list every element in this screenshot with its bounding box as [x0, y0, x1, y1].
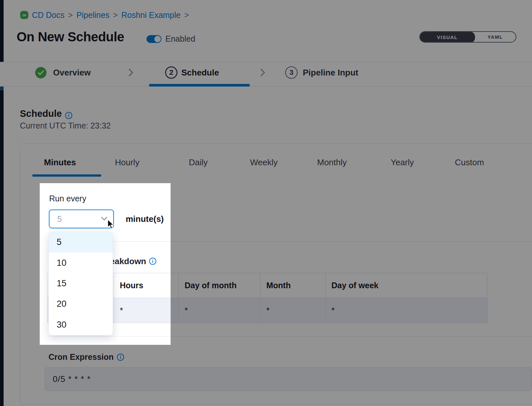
run-every-label: Run every	[49, 194, 86, 203]
page-title: On New Schedule	[17, 30, 124, 44]
tab-custom[interactable]: Custom	[455, 157, 484, 168]
visual-yaml-switcher: VISUAL YAML	[419, 31, 516, 43]
tab-monthly[interactable]: Monthly	[317, 157, 347, 168]
step-complete-check-icon	[35, 67, 47, 78]
step-overview[interactable]: Overview	[53, 68, 91, 78]
chevron-right-icon	[260, 68, 266, 77]
tab-minutes[interactable]: Minutes	[44, 157, 76, 168]
table-row: 0/5 * * * *	[48, 298, 487, 323]
step-pipeline-input[interactable]: Pipeline Input	[303, 68, 358, 78]
dropdown-option-30[interactable]: 30	[49, 315, 113, 335]
trigger-schedule-screen: ∞ CD Docs > Pipelines > Roshni Example >…	[0, 0, 532, 406]
info-icon[interactable]: i	[117, 354, 124, 361]
breadcrumb: ∞ CD Docs > Pipelines > Roshni Example >	[20, 10, 189, 20]
left-nav-strip[interactable]	[0, 0, 4, 406]
breadcrumb-link-pipelines[interactable]: Pipelines	[77, 10, 109, 20]
breadcrumb-separator: >	[68, 10, 73, 20]
enabled-toggle[interactable]	[147, 35, 161, 43]
tab-daily[interactable]: Daily	[189, 157, 208, 168]
cron-expression-input[interactable]: 0/5 * * * *	[45, 367, 532, 391]
breadcrumb-link-pipeline-name[interactable]: Roshni Example	[121, 10, 181, 20]
active-tab-underline	[32, 174, 101, 177]
dropdown-option-10[interactable]: 10	[49, 252, 113, 273]
cell-day-of-month: *	[179, 298, 260, 323]
active-step-underline	[149, 84, 250, 87]
dropdown-option-5[interactable]: 5	[49, 232, 113, 252]
minutes-select-value: 5	[57, 214, 62, 224]
col-header-day-of-week: Day of week	[326, 273, 487, 298]
dropdown-option-20[interactable]: 20	[49, 294, 113, 314]
section-title-schedule: Schedule	[20, 108, 62, 119]
step-schedule[interactable]: Schedule	[181, 68, 219, 78]
tab-yearly[interactable]: Yearly	[391, 157, 414, 168]
col-header-hours: Hours	[114, 273, 179, 298]
cron-expression-label: Cron Expression	[49, 352, 114, 362]
minutes-select[interactable]: 5	[49, 210, 114, 228]
breadcrumb-separator: >	[184, 10, 189, 20]
section-divider	[47, 336, 532, 336]
col-header-day-of-month: Day of month	[179, 273, 260, 298]
step-2-badge: 2	[165, 66, 177, 79]
chevron-down-icon	[101, 216, 107, 222]
table-header-row: Minutes Hours Day of month Month Day of …	[48, 273, 487, 298]
current-utc-time: Current UTC Time: 23:32	[20, 121, 111, 130]
yaml-tab[interactable]: YAML	[475, 32, 516, 42]
minutes-dropdown-menu: 5 10 15 20 30	[49, 232, 113, 335]
enabled-label: Enabled	[165, 34, 195, 44]
visual-tab[interactable]: VISUAL	[420, 32, 475, 43]
col-header-month: Month	[260, 273, 326, 298]
chevron-right-icon	[128, 68, 134, 77]
toggle-knob	[154, 36, 161, 42]
cell-day-of-week: *	[326, 298, 487, 323]
breadcrumb-link-cd-docs[interactable]: CD Docs	[32, 10, 64, 20]
expression-breakdown-table: Minutes Hours Day of month Month Day of …	[47, 273, 487, 323]
section-divider	[47, 241, 532, 242]
tab-hourly[interactable]: Hourly	[115, 157, 139, 168]
tab-weekly[interactable]: Weekly	[250, 157, 278, 168]
cron-expression-value: 0/5 * * * *	[45, 374, 91, 384]
minutes-unit-label: minute(s)	[126, 214, 164, 224]
step-3-badge: 3	[285, 66, 298, 79]
info-icon[interactable]: i	[65, 112, 72, 119]
cd-module-icon: ∞	[20, 11, 28, 19]
dropdown-option-15[interactable]: 15	[49, 273, 113, 294]
info-icon[interactable]: i	[149, 258, 156, 265]
cell-hours: *	[114, 298, 179, 323]
cell-month: *	[260, 298, 326, 323]
breadcrumb-separator: >	[113, 10, 118, 20]
